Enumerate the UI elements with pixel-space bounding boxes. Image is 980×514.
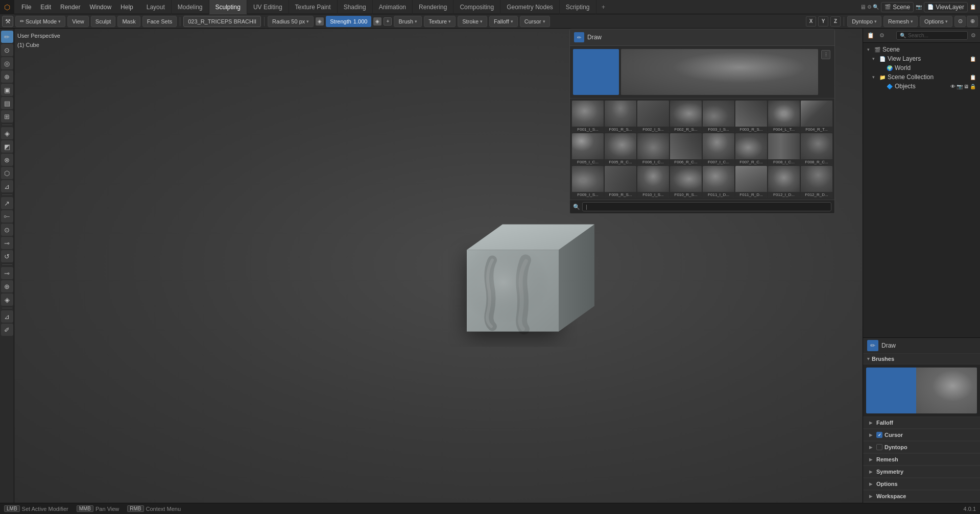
properties-icon[interactable]: ⚙ (877, 31, 887, 40)
brush-thumb-f001_ls[interactable]: F001_I_S... (572, 101, 604, 132)
brush-thumb-f012_rd[interactable]: F012_R_D... (801, 166, 832, 198)
menu-render[interactable]: Render (56, 2, 84, 12)
face-sets-menu[interactable]: Face Sets (142, 16, 177, 27)
tab-sculpting[interactable]: Sculpting (209, 0, 247, 14)
tool-rotate[interactable]: ↺ (1, 250, 13, 262)
view-layer-selector[interactable]: 📄 ViewLayer (924, 2, 968, 12)
tab-modeling[interactable]: Modeling (172, 0, 209, 14)
tool-clay[interactable]: ▣ (1, 84, 13, 96)
cursor-header[interactable]: ▶ Cursor (863, 429, 980, 441)
view-menu[interactable]: View (67, 16, 89, 27)
outliner-icon[interactable]: 📋 (865, 31, 876, 40)
tools-icon[interactable]: ⚒ (2, 16, 13, 27)
dyntopo-header[interactable]: ▶ Dyntopo (863, 442, 980, 453)
brush-thumb-f008_lc[interactable]: F008_I_C... (768, 133, 800, 165)
brush-options-btn[interactable]: ⋮ (821, 50, 830, 59)
scene-selector[interactable]: 🎬 Scene (881, 2, 914, 12)
falloff-dropdown[interactable]: Falloff (489, 16, 518, 27)
normal-weight-btn[interactable]: + (384, 17, 392, 26)
brush-thumb-f003_rs[interactable]: F003_R_S... (735, 101, 767, 132)
tab-layout[interactable]: Layout (140, 0, 172, 14)
menu-edit[interactable]: Edit (36, 2, 55, 12)
menu-window[interactable]: Window (85, 2, 115, 12)
brush-thumb-f011_ld[interactable]: F011_I_D... (703, 166, 734, 198)
brush-thumb-f010_ls[interactable]: F010_I_S... (637, 166, 669, 198)
cursor-dropdown[interactable]: Cursor (520, 16, 550, 27)
brush-thumb-f007_rc[interactable]: F007_R_C... (735, 133, 767, 165)
brush-thumb-f009_rs[interactable]: F009_R_S... (605, 166, 636, 198)
tool-boundary[interactable]: ⊕ (1, 280, 13, 292)
options-header[interactable]: ▶ Options (863, 478, 980, 490)
brush-thumb-f002_rs[interactable]: F002_R_S... (670, 101, 702, 132)
tool-blob[interactable]: ⬡ (1, 167, 13, 179)
texture-dropdown[interactable]: Texture (424, 16, 456, 27)
axis-z-lock[interactable]: Z (830, 16, 841, 27)
brush-thumb-f012_ld[interactable]: F012_I_D... (768, 166, 800, 198)
mask-menu[interactable]: Mask (117, 16, 140, 27)
radius-field[interactable]: Radius 50 px (268, 16, 314, 27)
brush-thumb-f003_ls[interactable]: F003_I_S... (703, 101, 734, 132)
tab-animation[interactable]: Animation (373, 0, 413, 14)
brush-thumb-f009_ls[interactable]: F009_I_S... (572, 166, 604, 198)
tool-crease[interactable]: ⊿ (1, 180, 13, 192)
tool-annotate[interactable]: ✐ (1, 324, 13, 336)
axis-x-lock[interactable]: X (806, 16, 816, 27)
brush-thumb-f004_lt[interactable]: F004_L_T... (768, 101, 800, 132)
remesh-header[interactable]: ▶ Remesh (863, 454, 980, 466)
workspace-header[interactable]: ▶ Workspace (863, 491, 980, 502)
tool-draw[interactable]: ✏ (1, 31, 13, 43)
cursor-checkbox[interactable] (876, 432, 882, 438)
brush-search-input[interactable] (582, 202, 831, 211)
brushes-section-header[interactable]: ▾ Brushes (863, 354, 980, 364)
tool-clay-strips[interactable]: ▤ (1, 97, 13, 109)
tool-pinch[interactable]: ◎ (1, 57, 13, 69)
tool-nudge[interactable]: ⊸ (1, 237, 13, 249)
dyntopo-checkbox[interactable] (876, 444, 882, 450)
brush-thumb-f010_rs[interactable]: F010_R_S... (670, 166, 702, 198)
falloff-header[interactable]: ▶ Falloff (863, 417, 980, 429)
brush-dropdown[interactable]: Brush (394, 16, 422, 27)
tool-fill[interactable]: ◈ (1, 127, 13, 139)
dyntopo-dropdown[interactable]: Dyntopo (847, 16, 881, 27)
brush-thumb-f005_rc[interactable]: F005_R_C... (605, 133, 636, 165)
tool-smooth[interactable]: ⊙ (1, 44, 13, 56)
tool-thumb[interactable]: ⟜ (1, 210, 13, 223)
object-name-display[interactable]: 023_R_TRICEPS BRACHII (183, 16, 261, 27)
tab-geometry-nodes[interactable]: Geometry Nodes (500, 0, 560, 14)
remesh-dropdown[interactable]: Remesh (883, 16, 918, 27)
tool-scrape[interactable]: ◩ (1, 140, 13, 153)
stroke-dropdown[interactable]: Stroke (458, 16, 487, 27)
tool-snake-hook[interactable]: ↗ (1, 197, 13, 209)
add-workspace-button[interactable]: + (596, 0, 611, 14)
tool-inflate[interactable]: ⊕ (1, 70, 13, 83)
brush-thumb-f004_rt[interactable]: F004_R_T... (801, 101, 832, 132)
tool-pose[interactable]: ⊙ (1, 224, 13, 236)
tool-slide-relax[interactable]: ⊸ (1, 267, 13, 279)
tab-rendering[interactable]: Rendering (413, 0, 453, 14)
tool-multiplane[interactable]: ⊗ (1, 154, 13, 166)
brush-thumb-f008_rc[interactable]: F008_R_C... (801, 133, 832, 165)
brush-thumb-f011_rd[interactable]: F011_R_D... (735, 166, 767, 198)
tool-clay-thumb[interactable]: ⊞ (1, 110, 13, 123)
axis-y-lock[interactable]: Y (818, 16, 828, 27)
tab-shading[interactable]: Shading (338, 0, 373, 14)
tab-uv-editing[interactable]: UV Editing (247, 0, 289, 14)
tree-scene[interactable]: ▾ 🎬 Scene (865, 45, 978, 54)
radius-pressure-btn[interactable]: ◈ (316, 17, 324, 26)
tab-compositing[interactable]: Compositing (453, 0, 500, 14)
tree-view-layers[interactable]: ▾ 📄 View Layers 📋 (865, 54, 978, 63)
strength-field[interactable]: Strength 1.000 (326, 16, 371, 27)
tree-objects[interactable]: 🔷 Objects 👁 📷 🖥 🔒 (865, 82, 978, 91)
brush-thumb-f006_lc[interactable]: F006_I_C... (637, 133, 669, 165)
brush-thumb-f006_rc[interactable]: F006_R_C... (670, 133, 702, 165)
brush-thumb-f001_rs[interactable]: F001_R_S... (605, 101, 636, 132)
strength-pressure-btn[interactable]: ◈ (373, 17, 381, 26)
menu-file[interactable]: File (17, 2, 35, 12)
menu-help[interactable]: Help (116, 2, 137, 12)
tool-mask[interactable]: ◈ (1, 293, 13, 306)
sculpt-menu[interactable]: Sculpt (91, 16, 116, 27)
symmetry-header[interactable]: ▶ Symmetry (863, 466, 980, 478)
filter-icon[interactable]: ⚙ (969, 31, 978, 40)
sculpt-mode-dropdown[interactable]: ✏ Sculpt Mode (15, 16, 65, 27)
tab-scripting[interactable]: Scripting (560, 0, 596, 14)
